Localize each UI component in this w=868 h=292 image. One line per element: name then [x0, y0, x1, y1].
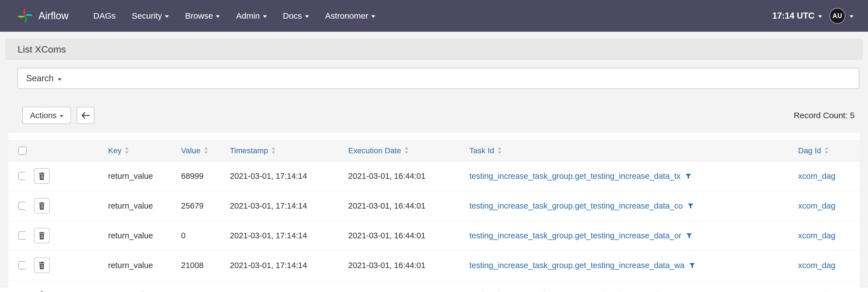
- sort-icon: [497, 147, 502, 154]
- nav-item-browse[interactable]: Browse: [177, 0, 228, 32]
- sort-value-link[interactable]: Value: [181, 146, 200, 155]
- airflow-logo-icon: [16, 7, 34, 25]
- cell-execution-date: 2021-03-01, 16:44:01: [336, 161, 457, 191]
- record-count: Record Count: 5: [794, 111, 855, 120]
- user-menu[interactable]: AU: [829, 8, 854, 24]
- dag-id-link[interactable]: xcom_dag: [798, 202, 835, 210]
- cell-execution-date: 2021-03-01, 16:44:01: [336, 251, 457, 280]
- caret-down-icon: [60, 115, 63, 117]
- column-header-value: Value: [169, 140, 218, 161]
- table-row: return_value 68999 2021-03-01, 17:14:14 …: [8, 161, 860, 191]
- cell-value: 0: [169, 221, 218, 251]
- column-header-dag-id: Dag Id: [786, 140, 860, 161]
- page-title-bar: List XComs: [6, 39, 862, 60]
- cell-key: return_value: [96, 161, 169, 191]
- row-checkbox[interactable]: [19, 231, 26, 240]
- task-id-link[interactable]: testing_increase_task_group.get_testing_…: [469, 202, 683, 210]
- task-id-link[interactable]: testing_increase_task_group.get_testing_…: [469, 291, 683, 292]
- trash-icon: [38, 261, 45, 269]
- clock-label: 17:14 UTC: [772, 11, 814, 21]
- cell-execution-date: 2021-03-01, 16:44:01: [336, 221, 457, 251]
- cell-key: return_value: [96, 221, 169, 251]
- column-header-key: Key: [96, 140, 169, 161]
- cell-dag-id: xcom_dag: [786, 191, 860, 221]
- nav-item-dags[interactable]: DAGs: [85, 0, 124, 32]
- cell-timestamp: 2021-03-01, 17:14:14: [218, 161, 336, 191]
- sort-icon: [204, 147, 208, 154]
- nav-item-security[interactable]: Security: [124, 0, 177, 32]
- sort-execution-date-link[interactable]: Execution Date: [348, 146, 401, 155]
- delete-row-button[interactable]: [34, 198, 50, 214]
- row-checkbox[interactable]: [19, 202, 26, 210]
- cell-dag-id: xcom_dag: [786, 221, 860, 251]
- task-id-link[interactable]: testing_increase_task_group.get_testing_…: [469, 231, 681, 240]
- cell-key: return_value: [96, 251, 169, 280]
- caret-down-icon: [305, 15, 309, 18]
- nav-item-astronomer[interactable]: Astronomer: [317, 0, 383, 32]
- actions-button[interactable]: Actions: [22, 107, 71, 124]
- row-checkbox[interactable]: [19, 261, 26, 269]
- table-row: return_value 0 2021-03-01, 17:14:14 2021…: [8, 221, 860, 251]
- sort-icon: [271, 147, 276, 154]
- sort-key-link[interactable]: Key: [108, 146, 121, 155]
- dag-id-link[interactable]: xcom_dag: [798, 231, 835, 240]
- sort-dag-id-link[interactable]: Dag Id: [798, 146, 821, 155]
- back-button[interactable]: [76, 107, 94, 124]
- navbar-right: 17:14 UTC AU: [772, 8, 854, 24]
- page-content: List XComs Search Actions Record Count: …: [0, 32, 868, 287]
- caret-down-icon: [165, 15, 169, 18]
- caret-down-icon: [263, 15, 267, 18]
- cell-value: 25679: [169, 191, 218, 221]
- search-label: Search: [26, 73, 54, 83]
- cell-task-id: testing_increase_task_group.get_testing_…: [457, 161, 786, 191]
- nav-item-docs[interactable]: Docs: [275, 0, 317, 32]
- nav-item-admin[interactable]: Admin: [228, 0, 275, 32]
- sort-timestamp-link[interactable]: Timestamp: [230, 146, 268, 155]
- table-row: return_value 25679 2021-03-01, 17:14:14 …: [8, 191, 860, 221]
- dag-id-link[interactable]: xcom_dag: [798, 261, 835, 270]
- cell-timestamp: 2021-03-01, 17:14:14: [218, 191, 336, 221]
- filter-icon[interactable]: [687, 203, 694, 209]
- cell-value: 21008: [169, 251, 218, 280]
- dag-id-link[interactable]: xcom_dag: [798, 172, 835, 181]
- cell-task-id: testing_increase_task_group.get_testing_…: [457, 251, 786, 280]
- back-arrow-icon: [81, 112, 90, 119]
- cell-task-id: testing_increase_task_group.get_testing_…: [457, 221, 786, 251]
- dag-id-link[interactable]: xcom_dag: [798, 291, 835, 292]
- brand-link[interactable]: Airflow: [16, 7, 68, 25]
- cell-execution-date: 2021-03-01, 16:44:01: [336, 191, 457, 221]
- caret-down-icon: [371, 15, 375, 18]
- avatar[interactable]: AU: [829, 8, 845, 24]
- delete-row-button[interactable]: [34, 228, 50, 243]
- caret-down-icon: [818, 15, 822, 18]
- trash-icon: [38, 172, 45, 180]
- delete-row-button[interactable]: [34, 257, 50, 273]
- cell-key: return_value: [96, 191, 169, 221]
- cell-timestamp: 2021-03-01, 17:14:14: [218, 251, 336, 280]
- trash-icon: [38, 202, 45, 210]
- trash-icon: [38, 291, 45, 292]
- sort-icon: [825, 147, 829, 154]
- trash-icon: [38, 232, 45, 240]
- cell-dag-id: xcom_dag: [786, 251, 860, 280]
- filter-icon[interactable]: [686, 232, 692, 239]
- filter-icon[interactable]: [685, 173, 692, 180]
- table-row: return_value 21008 2021-03-01, 17:14:14 …: [8, 251, 860, 280]
- timezone-menu[interactable]: 17:14 UTC: [772, 11, 822, 21]
- navbar: Airflow DAGs Security Browse Admin Docs …: [0, 0, 868, 32]
- filter-icon[interactable]: [689, 262, 695, 269]
- cell-value: 68999: [169, 161, 218, 191]
- caret-down-icon: [216, 15, 220, 18]
- cell-timestamp: 2021-03-01, 17:14:14: [218, 221, 336, 251]
- main-nav: DAGs Security Browse Admin Docs Astronom…: [85, 0, 383, 32]
- search-toggle[interactable]: Search: [17, 68, 859, 89]
- row-checkbox[interactable]: [19, 172, 26, 180]
- delete-row-button[interactable]: [34, 168, 50, 184]
- task-id-link[interactable]: testing_increase_task_group.get_testing_…: [469, 172, 681, 181]
- caret-down-icon: [849, 15, 854, 18]
- task-id-link[interactable]: testing_increase_task_group.get_testing_…: [469, 261, 684, 270]
- table-header-row: Key Value Timestamp Execution Date Task …: [8, 140, 860, 161]
- page-title: List XComs: [18, 44, 66, 55]
- caret-down-icon: [58, 78, 62, 81]
- sort-task-id-link[interactable]: Task Id: [469, 146, 494, 155]
